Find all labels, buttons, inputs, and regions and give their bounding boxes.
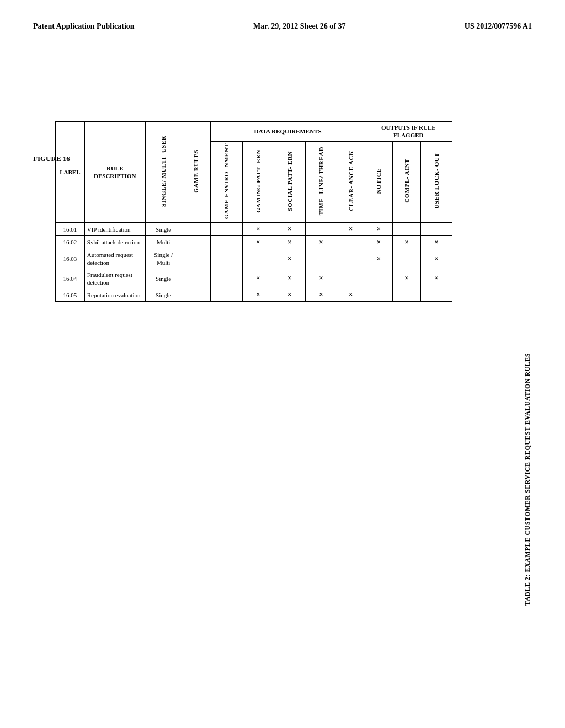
header-right: US 2012/0077596 A1: [465, 22, 532, 31]
cell-gaming-patt: ×: [242, 236, 274, 249]
cell-label: 16.02: [56, 236, 85, 249]
cell-complaint: ×: [393, 269, 421, 288]
table-row: 16.05Reputation evaluationSingle××××: [56, 288, 452, 302]
table-row: 16.02Sybil attack detectionMulti××××××: [56, 236, 452, 249]
cell-social-patt: ×: [274, 223, 305, 236]
cell-game-rules: [182, 288, 211, 302]
cell-single-multi: Single: [145, 269, 182, 288]
col-header-rule: RULE DESCRIPTION: [84, 122, 145, 223]
table-row: 16.01VIP identificationSingle××××: [56, 223, 452, 236]
cell-clearance-ack: [337, 236, 365, 249]
cell-game-rules: [182, 223, 211, 236]
cell-user-lockout: ×: [420, 236, 452, 249]
page-header: Patent Application Publication Mar. 29, …: [0, 0, 565, 42]
cell-rule-desc: Automated request detection: [84, 249, 145, 269]
cell-rule-desc: Sybil attack detection: [84, 236, 145, 249]
cell-game-env: [211, 288, 242, 302]
cell-time-thread: [305, 223, 337, 236]
cell-complaint: [393, 223, 421, 236]
cell-social-patt: ×: [274, 249, 305, 269]
cell-complaint: [393, 288, 421, 302]
header-left: Patent Application Publication: [33, 22, 135, 31]
cell-game-rules: [182, 249, 211, 269]
col-header-game-env: GAME ENVIRO- NMENT: [211, 141, 242, 223]
cell-game-env: [211, 236, 242, 249]
cell-complaint: [393, 249, 421, 269]
cell-label: 16.01: [56, 223, 85, 236]
col-header-outputs-flagged: OUTPUTS IF RULE FLAGGED: [365, 122, 452, 142]
cell-clearance-ack: ×: [337, 288, 365, 302]
cell-rule-desc: VIP identification: [84, 223, 145, 236]
cell-user-lockout: ×: [420, 269, 452, 288]
cell-clearance-ack: [337, 269, 365, 288]
cell-label: 16.04: [56, 269, 85, 288]
cell-social-patt: ×: [274, 236, 305, 249]
cell-clearance-ack: ×: [337, 223, 365, 236]
cell-notice: [365, 288, 393, 302]
table-caption: TABLE 2: EXAMPLE CUSTOMER SERVICE REQUES…: [524, 353, 532, 606]
cell-single-multi: Single: [145, 288, 182, 302]
col-header-single-multi: SINGLE/ MULTI- USER: [145, 122, 182, 223]
cell-game-env: [211, 269, 242, 288]
col-header-notice: NOTICE: [365, 141, 393, 223]
cell-user-lockout: [420, 223, 452, 236]
cell-gaming-patt: ×: [242, 223, 274, 236]
cell-notice: ×: [365, 236, 393, 249]
cell-single-multi: Single: [145, 223, 182, 236]
cell-user-lockout: ×: [420, 249, 452, 269]
cell-rule-desc: Reputation evaluation: [84, 288, 145, 302]
cell-complaint: ×: [393, 236, 421, 249]
cell-clearance-ack: [337, 249, 365, 269]
col-header-data-requirements: DATA REQUIREMENTS: [211, 122, 365, 142]
cell-single-multi: Single / Multi: [145, 249, 182, 269]
col-header-game-rules: GAME RULES: [182, 122, 211, 223]
cell-label: 16.05: [56, 288, 85, 302]
cell-notice: ×: [365, 223, 393, 236]
table-row: 16.04Fraudulent request detectionSingle×…: [56, 269, 452, 288]
cell-gaming-patt: ×: [242, 269, 274, 288]
col-header-label: LABEL: [56, 122, 85, 223]
cell-time-thread: ×: [305, 236, 337, 249]
cell-social-patt: ×: [274, 288, 305, 302]
cell-game-env: [211, 223, 242, 236]
col-header-clearance-ack: CLEAR- ANCE ACK: [337, 141, 365, 223]
cell-game-env: [211, 249, 242, 269]
cell-gaming-patt: [242, 249, 274, 269]
col-header-social-patt: SOCIAL PATT- ERN: [274, 141, 305, 223]
cell-gaming-patt: ×: [242, 288, 274, 302]
data-table: LABEL RULE DESCRIPTION SINGLE/ MULTI- US…: [55, 121, 452, 302]
cell-notice: ×: [365, 249, 393, 269]
header-row-1: LABEL RULE DESCRIPTION SINGLE/ MULTI- US…: [56, 122, 452, 142]
col-header-user-lockout: USER LOCK- OUT: [420, 141, 452, 223]
cell-game-rules: [182, 236, 211, 249]
table-row: 16.03Automated request detectionSingle /…: [56, 249, 452, 269]
col-header-time-thread: TIME- LINE/ THREAD: [305, 141, 337, 223]
cell-single-multi: Multi: [145, 236, 182, 249]
col-header-gaming-patt: GAMING PATT- ERN: [242, 141, 274, 223]
cell-social-patt: ×: [274, 269, 305, 288]
header-center: Mar. 29, 2012 Sheet 26 of 37: [253, 22, 345, 31]
main-table-container: LABEL RULE DESCRIPTION SINGLE/ MULTI- US…: [55, 121, 452, 302]
cell-rule-desc: Fraudulent request detection: [84, 269, 145, 288]
cell-user-lockout: [420, 288, 452, 302]
cell-time-thread: ×: [305, 288, 337, 302]
cell-notice: [365, 269, 393, 288]
cell-label: 16.03: [56, 249, 85, 269]
cell-time-thread: ×: [305, 269, 337, 288]
cell-time-thread: [305, 249, 337, 269]
col-header-complaint: COMPL- AINT: [393, 141, 421, 223]
cell-game-rules: [182, 269, 211, 288]
